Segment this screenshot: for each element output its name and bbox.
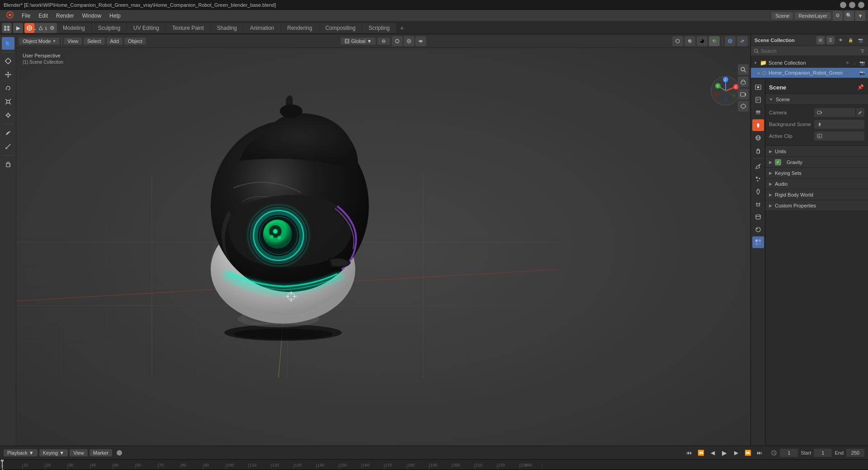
tab-modeling[interactable]: Modeling — [57, 23, 91, 33]
viewport[interactable]: Object Mode ▼ View Select Add Object Glo… — [16, 34, 750, 446]
camera-edit-btn[interactable] — [856, 108, 864, 117]
viewport-mode-btn[interactable]: Object Mode ▼ — [19, 38, 60, 45]
menu-file[interactable]: File — [18, 12, 34, 20]
gravity-checkbox[interactable] — [775, 159, 781, 165]
prop-output-icon[interactable] — [752, 94, 764, 106]
keying-menu[interactable]: Keying ▼ — [39, 449, 68, 456]
viewport-tool-grab[interactable] — [738, 76, 749, 87]
tab-rendering[interactable]: Rendering — [281, 23, 318, 33]
tool-measure[interactable] — [2, 140, 14, 153]
jump-start-btn[interactable]: ⏮ — [684, 448, 694, 457]
vis-render[interactable]: 📷 — [859, 61, 865, 66]
ws-icon-3[interactable] — [36, 23, 46, 33]
next-keyframe-btn[interactable]: ⏩ — [743, 448, 753, 457]
prop-particles-icon[interactable] — [752, 173, 764, 185]
outliner-row-robot[interactable]: ▶ ⬡ Home_Companion_Robot_Green 👁 ↓ 📷 — [751, 68, 868, 78]
section-audio[interactable]: ▶ Audio — [765, 179, 868, 189]
viewport-pivot-btn[interactable] — [377, 38, 390, 45]
prop-data-icon[interactable] — [752, 211, 764, 223]
ws-icon-2[interactable]: ▶ — [13, 23, 23, 33]
section-rigid-body-world[interactable]: ▶ Rigid Body World — [765, 189, 868, 200]
active-clip-value[interactable] — [814, 132, 864, 141]
tab-texture-paint[interactable]: Texture Paint — [166, 23, 210, 33]
tab-uv-editing[interactable]: UV Editing — [127, 23, 165, 33]
viewport-shading-solid[interactable] — [684, 36, 695, 46]
start-frame-input[interactable] — [814, 449, 832, 457]
row-cam[interactable]: 📷 — [859, 70, 865, 75]
outliner-row-scene-collection[interactable]: ▼ 📁 Scene Collection 👁 ↓ 📷 — [751, 58, 868, 68]
tool-annotate[interactable] — [2, 127, 14, 139]
top-icon-1[interactable]: ⚙ — [833, 11, 843, 21]
viewport-view-btn[interactable]: View — [64, 38, 82, 45]
view-menu[interactable]: View — [70, 449, 88, 456]
top-icon-2[interactable]: 🔍 — [844, 11, 854, 21]
outliner-view-icon[interactable]: 👁 — [836, 36, 844, 44]
section-gravity[interactable]: ▶ Gravity — [765, 157, 868, 168]
proportional-edit-btn[interactable] — [403, 36, 414, 46]
blender-logo-menu[interactable] — [3, 10, 17, 21]
prev-frame-btn[interactable]: ◀ — [708, 448, 717, 457]
jump-end-btn[interactable]: ⏭ — [755, 448, 764, 457]
row-eye[interactable]: 👁 — [844, 70, 851, 75]
add-workspace-button[interactable]: + — [396, 23, 407, 33]
navigation-gizmo[interactable]: Z X Y — [710, 75, 741, 107]
tab-sculpting[interactable]: Sculpting — [92, 23, 127, 33]
gizmo-btn[interactable] — [737, 36, 748, 46]
ws-icon-active[interactable] — [24, 23, 34, 33]
viewport-add-btn[interactable]: Add — [107, 38, 123, 45]
outliner-camera-icon[interactable]: 📷 — [856, 36, 864, 44]
tab-shading[interactable]: Shading — [211, 23, 243, 33]
vis-select[interactable]: ↓ — [852, 61, 858, 66]
render-layer-selector[interactable]: RenderLayer — [795, 12, 831, 19]
top-icon-3[interactable]: ▼ — [855, 11, 865, 21]
tool-cursor[interactable] — [2, 55, 14, 67]
xray-btn[interactable] — [415, 36, 426, 46]
minimize-button[interactable] — [840, 2, 846, 8]
prop-view-layer-icon[interactable] — [752, 107, 764, 118]
overlay-btn[interactable] — [725, 36, 736, 46]
props-pin-icon[interactable]: 📌 — [857, 84, 864, 91]
camera-value[interactable] — [814, 108, 855, 117]
prev-keyframe-btn[interactable]: ⏪ — [696, 448, 706, 457]
section-custom-properties[interactable]: ▶ Custom Properties — [765, 200, 868, 211]
outliner-search-input[interactable] — [761, 48, 858, 54]
prop-shading-icon[interactable] — [752, 236, 764, 248]
vis-eye[interactable]: 👁 — [844, 61, 851, 66]
viewport-tool-isometric[interactable] — [738, 101, 749, 112]
current-frame-input[interactable] — [780, 449, 798, 457]
close-button[interactable] — [858, 2, 864, 8]
section-units[interactable]: ▶ Units — [765, 146, 868, 157]
next-frame-btn[interactable]: ▶ — [731, 448, 741, 457]
section-scene-header[interactable]: ▼ Scene — [765, 94, 868, 105]
prop-object-icon[interactable] — [752, 145, 764, 156]
prop-world-icon[interactable] — [752, 132, 764, 144]
viewport-shading-material[interactable] — [697, 36, 708, 46]
menu-render[interactable]: Render — [52, 12, 77, 20]
scene-selector[interactable]: Scene — [772, 12, 793, 19]
playback-menu[interactable]: Playback ▼ — [4, 449, 38, 456]
viewport-scene[interactable]: .grid-minor { stroke: #444; stroke-width… — [16, 48, 750, 446]
ws-icon-1[interactable] — [2, 23, 12, 33]
viewport-shading-rendered[interactable] — [709, 36, 720, 46]
tool-move[interactable] — [2, 68, 14, 81]
tool-transform[interactable] — [2, 109, 14, 122]
viewport-select-btn[interactable]: Select — [84, 38, 105, 45]
play-btn[interactable]: ▶ — [719, 448, 729, 457]
section-keying-sets[interactable]: ▶ Keying Sets — [765, 168, 868, 179]
tool-rotate[interactable] — [2, 82, 14, 94]
prop-constraints-icon[interactable] — [752, 198, 764, 210]
tab-compositing[interactable]: Compositing — [319, 23, 362, 33]
bg-scene-value[interactable] — [814, 120, 864, 129]
viewport-tool-search[interactable] — [738, 64, 749, 75]
prop-render-icon[interactable] — [752, 81, 764, 93]
tool-add-cube[interactable] — [2, 158, 14, 170]
prop-physics-icon[interactable] — [752, 186, 764, 197]
prop-scene-icon[interactable] — [752, 119, 764, 131]
tool-scale[interactable] — [2, 95, 14, 108]
maximize-button[interactable] — [849, 2, 855, 8]
end-frame-input[interactable] — [846, 449, 864, 457]
menu-edit[interactable]: Edit — [35, 12, 52, 20]
row-sel[interactable]: ↓ — [852, 70, 858, 75]
outliner-filter-icon[interactable]: ⊞ — [816, 36, 825, 44]
viewport-shading-wire[interactable] — [672, 36, 683, 46]
